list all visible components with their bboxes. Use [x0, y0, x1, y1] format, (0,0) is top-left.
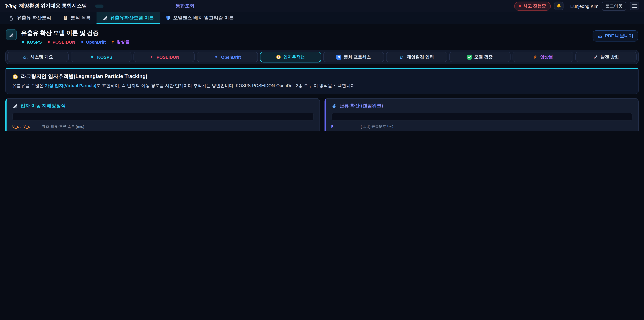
divider: [167, 3, 167, 9]
compass-icon: [276, 54, 281, 59]
page-icon-tile: [6, 29, 17, 40]
model-tab-label: OpenDrift: [221, 54, 241, 59]
legend-desc: 표층 해류·조류 속도 (m/s): [42, 125, 84, 129]
legend-term: R: [331, 125, 361, 129]
turbulence-card: 난류 확산 (랜덤워크) R [-1, 1] 균등분포 난수 K_h 수평 확산…: [324, 98, 639, 131]
user-name: Eunjeong Kim: [570, 4, 598, 9]
nav-item[interactable]: [96, 4, 104, 8]
model-tab-label: 발전 방향: [600, 54, 619, 60]
governing-equation-card: 입자 이동 지배방정식 U_c, V_c 표층 해류·조류 속도 (m/s) α…: [5, 98, 320, 131]
model-tab-label: KOSPS: [97, 54, 112, 59]
model-tab[interactable]: ● OpenDrift: [197, 52, 258, 62]
status-badge-label: 사고 진행중: [523, 3, 546, 9]
model-badge-label: POSEIDON: [52, 40, 75, 44]
refresh-icon: [336, 54, 341, 59]
ruler-icon: [102, 15, 108, 20]
dot-icon: ●: [149, 54, 154, 59]
clipboard-icon: [63, 15, 68, 20]
pdf-export-button[interactable]: PDF 내보내기: [593, 30, 638, 42]
model-tab[interactable]: ◆ KOSPS: [70, 52, 132, 62]
nav-item[interactable]: [105, 4, 114, 8]
nav-item[interactable]: [125, 4, 133, 8]
legend-row: U_c, V_c 표층 해류·조류 속도 (m/s): [12, 125, 314, 129]
top-nav-right: 사고 진행중 Eunjeong Kim 로그아웃: [514, 2, 639, 11]
wave-icon: [400, 54, 404, 59]
sub-tab[interactable]: 오일펜스 배치 알고리즘 이론: [160, 12, 240, 24]
nav-item[interactable]: [115, 4, 124, 8]
model-badge-label: 앙상블: [116, 39, 130, 45]
page-header: 유출유 확산 모델 이론 및 검증 ◆ KOSPS ● POSEIDON ● O…: [0, 24, 644, 48]
model-tab-label: 모델 검증: [474, 54, 493, 60]
rocket-icon: [593, 54, 598, 59]
diamond-icon: ◆: [90, 54, 95, 59]
legend-term: U_c, V_c: [12, 125, 42, 129]
model-badge: 앙상블: [111, 39, 129, 45]
sub-tab-label: 유출유확산모델 이론: [110, 15, 154, 21]
compass-icon: [12, 74, 18, 80]
page-header-text: 유출유 확산 모델 이론 및 검증 ◆ KOSPS ● POSEIDON ● O…: [21, 29, 130, 45]
sub-tab[interactable]: 유출유 확산분석: [3, 12, 57, 24]
status-dot-icon: [519, 5, 521, 7]
diamond-icon: ◆: [21, 40, 25, 44]
legend-desc: [-1, 1] 균등분포 난수: [361, 125, 394, 129]
lagrangian-title: 라그랑지안 입자추적법(Lagrangian Particle Tracking…: [21, 73, 148, 80]
bell-icon: [556, 3, 561, 9]
incident-status-badge: 사고 진행중: [514, 2, 550, 11]
nav-item[interactable]: [145, 4, 153, 8]
model-tab-label: 시스템 개요: [30, 54, 53, 60]
logo-mark: Wing: [5, 3, 16, 9]
model-tab[interactable]: 풍화 프로세스: [323, 52, 384, 62]
sub-tab-label: 유출유 확산분석: [17, 15, 51, 21]
sub-tab[interactable]: 유출유확산모델 이론: [96, 12, 160, 24]
turbulence-card-title: 난류 확산 (랜덤워크): [340, 103, 383, 109]
logo-title: 해양환경 위기대응 통합시스템: [19, 3, 87, 10]
divider: [91, 3, 91, 9]
menu-button[interactable]: [630, 2, 639, 10]
inbox-icon: [598, 34, 602, 39]
dot-icon: ●: [214, 54, 218, 59]
model-badge-label: OpenDrift: [86, 40, 106, 44]
model-tab-label: 앙상블: [540, 54, 553, 60]
governing-legend: U_c, V_c 표층 해류·조류 속도 (m/s) α·U_w 풍류 기여 (…: [12, 125, 314, 131]
logout-button[interactable]: 로그아웃: [602, 2, 626, 11]
model-tab[interactable]: 앙상블: [512, 52, 574, 62]
model-tab[interactable]: 시스템 개요: [8, 52, 68, 62]
lightning-icon: [111, 40, 115, 44]
model-tab-strip: 시스템 개요 ◆ KOSPS ● POSEIDON ● OpenDrift 입자…: [5, 50, 639, 64]
lagrangian-title-row: 라그랑지안 입자추적법(Lagrangian Particle Tracking…: [12, 73, 632, 80]
dot-icon: ●: [80, 40, 84, 44]
model-tab-label: 풍화 프로세스: [344, 54, 371, 60]
formula-cards-row: 입자 이동 지배방정식 U_c, V_c 표층 해류·조류 속도 (m/s) α…: [5, 98, 639, 131]
governing-card-title: 입자 이동 지배방정식: [20, 103, 66, 109]
model-badge: ● POSEIDON: [47, 40, 75, 44]
governing-card-title-row: 입자 이동 지배방정식: [12, 103, 314, 109]
model-tab[interactable]: 모델 검증: [449, 52, 510, 62]
virtual-particle-highlight: 가상 입자(Virtual Particle): [45, 83, 96, 88]
check-icon: [467, 54, 472, 59]
app-root: Wing 해양환경 위기대응 통합시스템 통합조회 사고 진행중 Eunjeon…: [0, 0, 644, 131]
sub-tab[interactable]: 분석 목록: [57, 12, 96, 24]
sub-tab-bar: 유출유 확산분석 분석 목록 유출유확산모델 이론 오일펜스 배치 알고리즘 이…: [0, 12, 644, 24]
governing-code-block: [12, 113, 314, 121]
notifications-button[interactable]: [554, 2, 563, 10]
model-badge: ● OpenDrift: [80, 40, 106, 44]
divider: [566, 3, 567, 9]
nav-item[interactable]: [135, 4, 143, 8]
model-tab[interactable]: 해양환경 입력: [386, 52, 447, 62]
shield-icon: [165, 15, 171, 20]
model-tab[interactable]: 입자추적법: [260, 52, 321, 62]
nav-item[interactable]: [155, 4, 163, 8]
page-title: 유출유 확산 모델 이론 및 검증: [21, 29, 130, 37]
main-nav: [96, 4, 163, 8]
lagrangian-banner: 라그랑지안 입자추적법(Lagrangian Particle Tracking…: [5, 68, 639, 94]
microscope-icon: [9, 15, 14, 20]
model-tab-label: POSEIDON: [156, 54, 179, 59]
nav-item-integrated-search[interactable]: 통합조회: [172, 1, 198, 11]
model-tab[interactable]: ● POSEIDON: [134, 52, 195, 62]
logo[interactable]: Wing 해양환경 위기대응 통합시스템: [5, 3, 87, 10]
model-badge-row: ◆ KOSPS ● POSEIDON ● OpenDrift 앙상블: [21, 39, 130, 45]
dot-icon: ●: [47, 40, 51, 44]
model-badge-label: KOSPS: [27, 40, 42, 44]
page-header-left: 유출유 확산 모델 이론 및 검증 ◆ KOSPS ● POSEIDON ● O…: [6, 29, 129, 45]
model-tab[interactable]: 발전 방향: [576, 52, 636, 62]
